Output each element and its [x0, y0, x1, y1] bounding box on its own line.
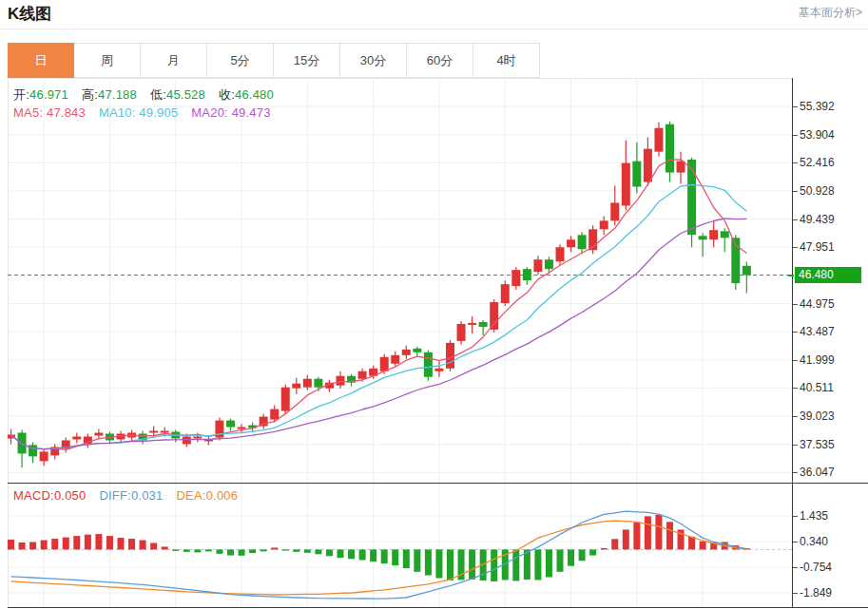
candle-body — [687, 160, 696, 235]
candle-body — [183, 436, 191, 444]
tab-month[interactable]: 月 — [141, 43, 207, 78]
candle-body — [578, 235, 587, 249]
price-tick-label: 53.904 — [800, 127, 835, 143]
macd-item-2: DEA:0.006 — [176, 488, 238, 503]
candle-body — [391, 355, 399, 364]
candle-body — [699, 236, 707, 239]
candle-body — [193, 436, 202, 438]
tab-min60[interactable]: 60分 — [407, 43, 473, 78]
candle-body — [632, 162, 641, 187]
candle-body — [314, 379, 322, 388]
candle-body — [665, 124, 674, 173]
price-axis-tick — [793, 219, 798, 220]
ohlc-item-1: 高:47.188 — [82, 87, 137, 102]
price-tick-label: 52.416 — [800, 155, 835, 170]
current-price-tick — [788, 275, 794, 276]
ohlc-item-2: 低:45.528 — [150, 87, 205, 102]
candle-body — [721, 231, 729, 238]
tab-week[interactable]: 周 — [74, 43, 141, 78]
candle-body — [303, 379, 312, 388]
macd-axis-tick — [793, 516, 798, 517]
price-axis-tick — [793, 304, 798, 305]
macd-legend: MACD:0.050DIFF:0.031DEA:0.006 — [13, 488, 251, 503]
price-axis-tick — [793, 247, 798, 248]
price-tick-label: 55.392 — [800, 99, 835, 114]
candle-body — [149, 431, 158, 433]
price-axis-tick — [793, 445, 798, 446]
candlestick-chart[interactable] — [8, 78, 792, 483]
candle-body — [490, 302, 498, 330]
price-tick-label: 40.511 — [800, 380, 834, 395]
macd-tick-label: -1.849 — [800, 585, 832, 600]
fundamental-analysis-link[interactable]: 基本面分析> — [799, 5, 862, 21]
candle-body — [226, 421, 235, 428]
tab-day[interactable]: 日 — [8, 43, 74, 78]
macd-axis-tick — [793, 593, 798, 594]
candle-body — [72, 436, 81, 439]
candle-body — [424, 352, 433, 377]
candle-body — [40, 451, 48, 461]
price-axis-tick — [793, 162, 798, 163]
tab-min15[interactable]: 15分 — [274, 43, 340, 78]
candle-body — [413, 349, 421, 352]
price-tick-label: 36.047 — [800, 465, 835, 480]
price-axis-tick — [793, 135, 798, 136]
price-tick-label: 49.439 — [800, 212, 835, 227]
tab-min30[interactable]: 30分 — [340, 43, 407, 78]
price-axis-tick — [793, 332, 798, 333]
macd-axis-tick — [793, 567, 798, 568]
price-tick-label: 44.975 — [800, 296, 835, 312]
candle-body — [18, 432, 27, 453]
kline-chart-page: K线图 基本面分析> 日周月5分15分30分60分4时 开:46.971高:47… — [0, 0, 868, 609]
price-axis-tick — [793, 106, 798, 107]
tab-min5[interactable]: 5分 — [207, 43, 274, 78]
candle-body — [468, 323, 476, 325]
price-axis-tick — [793, 416, 798, 417]
candle-body — [709, 230, 718, 239]
price-axis-tick — [793, 360, 798, 361]
chart-right-border — [792, 78, 793, 608]
candle-body — [501, 284, 510, 303]
candle-body — [161, 431, 169, 433]
candle-body — [567, 239, 575, 247]
candle-body — [677, 162, 685, 173]
candle-body — [511, 270, 520, 286]
candle-body — [446, 343, 454, 369]
candle-body — [644, 149, 652, 182]
ma10-line — [11, 185, 747, 449]
candle-body — [402, 350, 411, 355]
price-tick-label: 47.951 — [800, 239, 835, 255]
ma-legend: MA5: 47.843MA10: 49.905MA20: 49.473 — [13, 105, 284, 120]
macd-tick-label: -0.754 — [800, 560, 832, 575]
ma-item-2: MA20: 49.473 — [191, 105, 270, 120]
macd-histogram — [8, 515, 750, 581]
ma-item-1: MA10: 49.905 — [99, 105, 178, 120]
macd-item-1: DIFF:0.031 — [99, 488, 163, 503]
candle-body — [358, 371, 367, 379]
timeframe-tabbar: 日周月5分15分30分60分4时 — [8, 43, 540, 78]
header-divider — [0, 29, 868, 29]
candle-body — [622, 163, 630, 206]
candle-body — [281, 388, 290, 411]
candle-body — [479, 322, 488, 327]
price-gridlines — [8, 78, 792, 483]
tab-hour4[interactable]: 4时 — [473, 43, 540, 78]
current-price-badge: 46.480 — [795, 267, 861, 283]
macd-tick-label: 1.435 — [800, 508, 828, 523]
chart-bottom-border — [8, 607, 868, 608]
candle-body — [610, 202, 619, 220]
price-tick-label: 39.023 — [800, 409, 835, 424]
ma20-line — [11, 219, 747, 449]
price-tick-label: 41.999 — [800, 352, 835, 368]
price-tick-label: 50.928 — [800, 183, 835, 199]
macd-item-0: MACD:0.050 — [13, 488, 86, 503]
ohlc-legend: 开:46.971高:47.188低:45.528收:46.480 — [13, 86, 287, 104]
ohlc-item-3: 收:46.480 — [219, 87, 274, 102]
page-title: K线图 — [8, 3, 51, 25]
candle-body — [523, 269, 531, 280]
candle-body — [743, 266, 751, 276]
price-axis-tick — [793, 388, 798, 389]
candle-body — [380, 357, 389, 371]
candle-body — [94, 432, 103, 435]
price-axis-tick — [793, 191, 798, 192]
